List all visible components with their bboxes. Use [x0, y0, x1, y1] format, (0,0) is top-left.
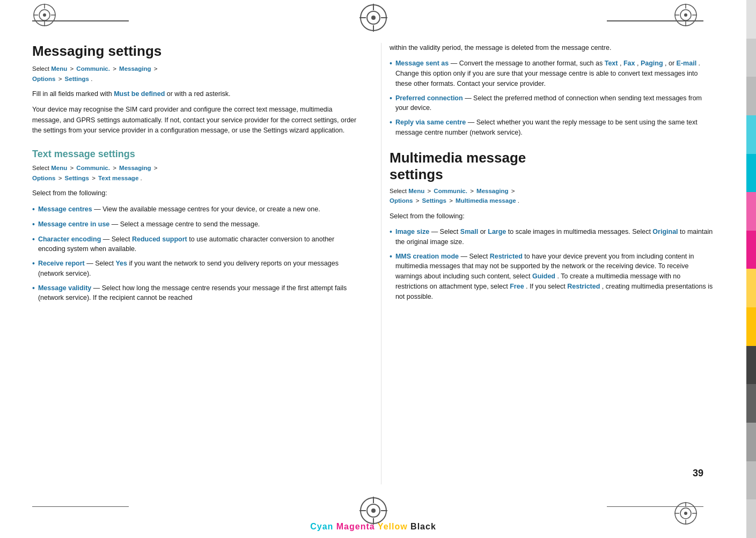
cmyk-yellow: Yellow: [378, 522, 408, 531]
bullet: •: [32, 219, 35, 230]
nav3-menu: Menu: [408, 188, 424, 194]
color-tab-1: [746, 0, 756, 39]
nav3-settings: Settings: [422, 197, 446, 204]
list-content: Character encoding — Select Reduced supp…: [38, 234, 357, 255]
item-key: Message sent as: [395, 60, 449, 67]
item-key: Message validity: [38, 284, 91, 292]
nav3-communic: Communic.: [434, 188, 467, 194]
list-item: • Receive report — Select Yes if you wan…: [32, 259, 357, 279]
svg-point-23: [371, 508, 376, 513]
content-area: Messaging settings Select Menu > Communi…: [32, 43, 714, 484]
list-item: • Message centres — View the available m…: [32, 204, 357, 215]
cmyk-black: Black: [410, 522, 436, 531]
text-message-list: • Message centres — View the available m…: [32, 204, 357, 304]
bullet: •: [390, 58, 392, 89]
right-column: within the validity period, the message …: [381, 43, 714, 484]
nav3-multimedia: Multimedia message: [456, 197, 516, 204]
text-message-subsection-heading: Text message settings: [32, 149, 357, 160]
cmyk-magenta: Magenta: [336, 522, 375, 531]
nav3-messaging: Messaging: [476, 188, 508, 194]
multimedia-heading: Multimedia messagesettings: [390, 150, 714, 183]
item-inline-bold: Paging: [641, 60, 663, 67]
list-item: • Message validity — Select how long the…: [32, 283, 357, 304]
item-inline-bold: Yes: [115, 260, 127, 267]
bullet: •: [32, 204, 35, 215]
list-item: • Message centre in use — Select a messa…: [32, 219, 357, 230]
list-item: • Image size — Select Small or Large to …: [390, 227, 714, 247]
color-tab-10: [746, 346, 756, 385]
nav2-messaging: Messaging: [119, 165, 151, 171]
item-key: MMS creation mode: [395, 253, 459, 260]
bullet: •: [32, 234, 35, 255]
item-inline-bold: Guided: [532, 272, 555, 280]
page-number: 39: [693, 468, 703, 479]
cmyk-bar: Cyan Magenta Yellow Black: [0, 522, 746, 532]
nav-period: .: [91, 76, 92, 82]
item-inline-bold: Reduced support: [132, 235, 187, 243]
list-content: Image size — Select Small or Large to sc…: [395, 227, 714, 247]
cmyk-cyan: Cyan: [310, 522, 333, 531]
list-content: Message validity — Select how long the m…: [38, 283, 357, 304]
list-content: Message centres — View the available mes…: [38, 204, 357, 215]
bottom-line-left: [32, 506, 129, 507]
item-key: Character encoding: [38, 235, 101, 243]
continuation-text: within the validity period, the message …: [390, 43, 714, 53]
select-from-label: Select from the following:: [32, 188, 357, 198]
color-tab-8: [746, 269, 756, 307]
item-inline-bold: Text: [605, 60, 618, 67]
nav-select-label: Select: [32, 65, 51, 72]
bullet: •: [390, 93, 392, 114]
item-inline-bold: Restricted: [490, 253, 523, 260]
list-content: MMS creation mode — Select Restricted to…: [395, 252, 714, 302]
intro-text-2: Your device may recognise the SIM card p…: [32, 105, 357, 136]
svg-point-30: [684, 512, 687, 515]
list-item: • Character encoding — Select Reduced su…: [32, 234, 357, 255]
color-tab-5: [746, 154, 756, 193]
nav-path-3: Select Menu > Communic. > Messaging > Op…: [390, 186, 714, 206]
intro-text-1: Fill in all fields marked with Must be d…: [32, 89, 357, 99]
item-inline-bold: E-mail: [677, 60, 697, 67]
nav-options: Options: [32, 76, 55, 82]
multimedia-list: • Image size — Select Small or Large to …: [390, 227, 714, 301]
color-tab-9: [746, 307, 756, 346]
preferred-connection-key: Preferred connection: [395, 94, 463, 102]
item-inline-bold: Fax: [623, 60, 635, 67]
item-key: Message centres: [38, 205, 92, 213]
list-content: Message sent as — Convert the message to…: [395, 58, 714, 89]
color-tabs: [746, 0, 756, 538]
item-key: Reply via same centre: [395, 119, 466, 126]
item-key: Image size: [395, 228, 429, 235]
main-heading: Messaging settings: [32, 43, 357, 60]
list-content: Message centre in use — Select a message…: [38, 219, 357, 230]
bullet: •: [32, 283, 35, 304]
nav-menu: Menu: [51, 65, 67, 72]
item-inline-bold: Free: [510, 283, 524, 290]
nav2-menu: Menu: [51, 165, 67, 171]
list-item: • MMS creation mode — Select Restricted …: [390, 252, 714, 302]
right-list-1: • Message sent as — Convert the message …: [390, 58, 714, 137]
item-key: Receive report: [38, 260, 85, 267]
top-target-icon: [358, 3, 388, 34]
nav-settings: Settings: [65, 76, 89, 82]
nav-messaging: Messaging: [119, 65, 151, 72]
left-column: Messaging settings Select Menu > Communi…: [32, 43, 365, 484]
list-item-preferred-connection: • Preferred connection — Select the pref…: [390, 93, 714, 114]
nav2-options: Options: [32, 175, 55, 181]
nav3-options: Options: [390, 197, 413, 204]
multimedia-section: Multimedia messagesettings Select Menu >…: [390, 150, 714, 302]
svg-point-9: [43, 13, 46, 17]
item-inline-bold: Restricted: [567, 283, 600, 290]
color-tab-6: [746, 192, 756, 231]
top-left-target: [32, 3, 57, 29]
item-inline-bold: Original: [652, 228, 678, 235]
color-tab-13: [746, 461, 756, 500]
color-tab-3: [746, 77, 756, 115]
bullet: •: [32, 258, 35, 279]
nav2-text-message: Text message: [98, 175, 138, 181]
bullet: •: [390, 117, 392, 138]
page-container: Messaging settings Select Menu > Communi…: [0, 0, 746, 538]
color-tab-11: [746, 384, 756, 423]
list-item: • Reply via same centre — Select whether…: [390, 117, 714, 138]
color-tab-12: [746, 423, 756, 461]
color-tab-2: [746, 39, 756, 77]
